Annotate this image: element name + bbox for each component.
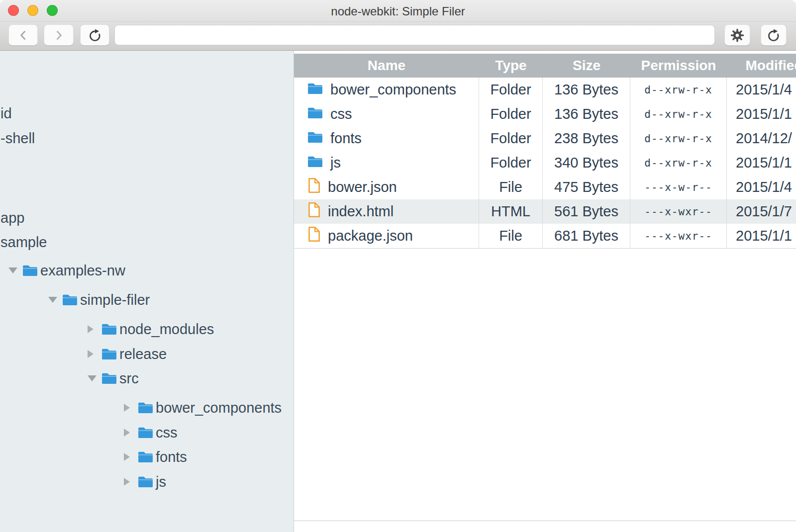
file-permission-cell: d--xrw-r-x [630, 102, 727, 126]
file-icon [307, 201, 321, 222]
reload-icon [767, 28, 781, 42]
tree-item-label: release [119, 342, 167, 366]
file-name-label: fonts [330, 130, 362, 147]
file-permission-cell: ---x-wxr-- [630, 199, 727, 224]
file-modified-cell: 2015/1/7 [727, 199, 796, 224]
file-name-label: index.html [328, 203, 394, 220]
file-name-cell[interactable]: package.json [294, 224, 479, 248]
table-row-css[interactable]: cssFolder136 Bytesd--xrw-r-x2015/1/1 [294, 102, 796, 126]
file-type-cell: File [479, 175, 543, 199]
file-name-cell[interactable]: index.html [294, 199, 479, 224]
folder-icon [307, 106, 323, 123]
reload-icon [88, 28, 102, 42]
file-icon [307, 226, 321, 246]
file-permission-cell: ---x-wxr-- [630, 224, 727, 248]
file-size-cell: 561 Bytes [543, 199, 630, 224]
settings-button[interactable] [724, 24, 750, 46]
file-icon [307, 177, 321, 197]
file-type-cell: File [479, 224, 543, 248]
address-bar[interactable] [114, 25, 715, 45]
folder-icon [62, 293, 78, 306]
tree-item-release[interactable]: release [0, 342, 294, 366]
folder-icon [101, 347, 117, 362]
file-name-cell[interactable]: bower_components [294, 78, 479, 102]
file-name-cell[interactable]: css [294, 102, 479, 126]
tree-item-js[interactable]: js [0, 469, 294, 494]
column-header-type[interactable]: Type [479, 54, 543, 78]
disclosure-triangle-expanded-icon[interactable] [48, 297, 57, 303]
table-body: bower_componentsFolder136 Bytesd--xrw-r-… [294, 78, 796, 249]
folder-icon [101, 371, 117, 387]
forward-button[interactable] [44, 24, 74, 46]
folder-icon [101, 322, 117, 336]
back-chevron-icon [17, 29, 30, 42]
tree-item-label: fonts [156, 444, 187, 469]
folder-icon [101, 347, 117, 360]
panel-bottom-divider [294, 521, 796, 521]
file-type-cell: Folder [479, 151, 543, 175]
disclosure-triangle-collapsed-icon[interactable] [124, 404, 130, 412]
tree-item-app[interactable]: app [0, 205, 294, 230]
column-header-name[interactable]: Name [294, 54, 479, 78]
folder-icon [101, 371, 117, 385]
file-modified-cell: 2015/1/1 [727, 224, 796, 248]
folder-icon [62, 293, 78, 308]
column-header-size[interactable]: Size [543, 54, 630, 78]
file-name-label: css [330, 106, 352, 122]
tree-item-id[interactable]: id [0, 101, 294, 126]
file-name-cell[interactable]: js [294, 151, 479, 175]
tree-item-css[interactable]: css [0, 420, 294, 445]
disclosure-triangle-collapsed-icon[interactable] [88, 350, 94, 358]
table-row-bower.json[interactable]: bower.jsonFile475 Bytes---x-w-r--2015/1/… [294, 175, 796, 199]
folder-icon [137, 426, 154, 439]
tree-item-bower-components[interactable]: bower_components [0, 395, 294, 420]
disclosure-triangle-collapsed-icon[interactable] [124, 429, 130, 437]
file-size-cell: 136 Bytes [543, 102, 630, 126]
file-type-cell: Folder [479, 126, 543, 151]
file-icon [307, 226, 321, 243]
file-modified-cell: 2015/1/1 [727, 151, 796, 175]
back-button[interactable] [8, 24, 38, 46]
file-size-cell: 681 Bytes [543, 224, 630, 248]
reload-button[interactable] [80, 24, 109, 46]
folder-icon [307, 82, 323, 95]
file-tree-sidebar: id-shellappsampleexamples-nwsimple-filer… [0, 51, 294, 532]
column-header-modified[interactable]: Modified [727, 54, 796, 78]
tree-item-fonts[interactable]: fonts [0, 444, 294, 469]
tree-item-sample[interactable]: sample [0, 230, 294, 255]
tree-item-shell[interactable]: -shell [0, 126, 294, 151]
table-row-index.html[interactable]: index.htmlHTML561 Bytes---x-wxr--2015/1/… [294, 199, 796, 224]
tree-item-src[interactable]: src [0, 366, 294, 391]
table-row-js[interactable]: jsFolder340 Bytesd--xrw-r-x2015/1/1 [294, 151, 796, 175]
folder-icon [307, 130, 323, 147]
folder-icon [307, 130, 323, 144]
disclosure-triangle-collapsed-icon[interactable] [124, 478, 130, 486]
disclosure-triangle-expanded-icon[interactable] [88, 375, 97, 381]
tree-item-label: src [119, 366, 139, 391]
table-row-fonts[interactable]: fontsFolder238 Bytesd--xrw-r-x2014/12/ [294, 126, 796, 151]
disclosure-triangle-collapsed-icon[interactable] [124, 453, 130, 461]
file-permission-cell: d--xrw-r-x [630, 78, 727, 102]
file-size-cell: 475 Bytes [543, 175, 630, 199]
file-name-cell[interactable]: bower.json [294, 175, 479, 199]
table-row-bower_components[interactable]: bower_componentsFolder136 Bytesd--xrw-r-… [294, 78, 796, 102]
disclosure-triangle-collapsed-icon[interactable] [88, 325, 94, 333]
file-icon [307, 177, 321, 194]
tree-item-label: simple-filer [80, 287, 150, 312]
tree-item-examples-nw[interactable]: examples-nw [0, 258, 294, 283]
file-size-cell: 238 Bytes [543, 126, 630, 151]
file-name-cell[interactable]: fonts [294, 126, 479, 151]
folder-icon [22, 264, 38, 279]
column-header-permission[interactable]: Permission [630, 54, 727, 78]
app-window: node-webkit: Simple Filer [0, 0, 796, 532]
disclosure-triangle-expanded-icon[interactable] [8, 267, 17, 273]
file-size-cell: 340 Bytes [543, 151, 630, 175]
tree-item-node-modules[interactable]: node_modules [0, 317, 294, 342]
tree-item-simple-filer[interactable]: simple-filer [0, 287, 294, 312]
file-type-cell: HTML [479, 199, 543, 224]
tree-item-label: js [156, 469, 166, 494]
refresh-button[interactable] [761, 24, 787, 46]
folder-icon [137, 401, 154, 416]
table-row-package.json[interactable]: package.jsonFile681 Bytes---x-wxr--2015/… [294, 224, 796, 248]
file-name-label: bower.json [328, 179, 397, 195]
